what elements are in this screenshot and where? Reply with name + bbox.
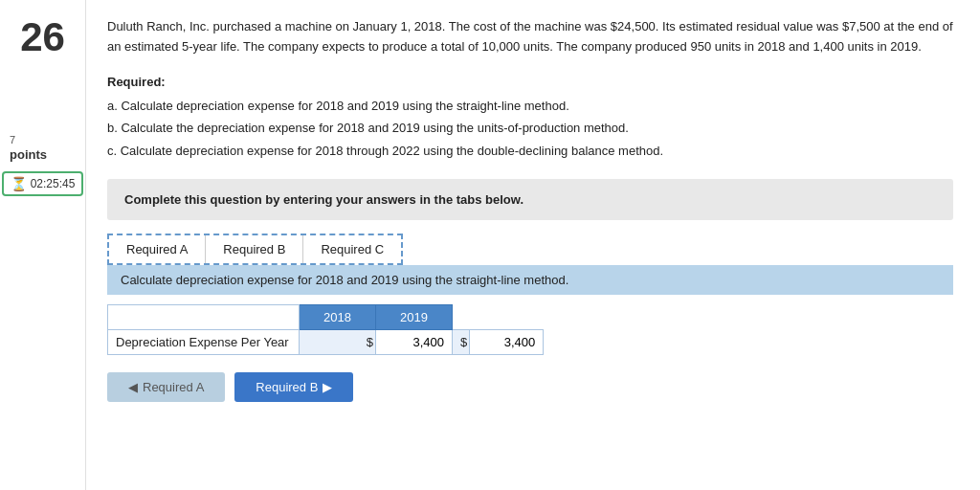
nav-buttons: ◀ Required A Required B ▶ <box>107 372 953 402</box>
instruction-text: Complete this question by entering your … <box>124 192 523 207</box>
col-header-label <box>108 305 300 330</box>
prev-icon: ◀ <box>128 380 138 394</box>
required-items: a. Calculate depreciation expense for 20… <box>107 97 953 161</box>
input-2019[interactable] <box>478 335 535 349</box>
tab-description: Calculate depreciation expense for 2018 … <box>107 265 953 295</box>
required-item-b: b. Calculate the depreciation expense fo… <box>107 119 953 138</box>
prev-label: Required A <box>143 380 204 394</box>
instruction-box: Complete this question by entering your … <box>107 179 953 220</box>
required-item-a: a. Calculate depreciation expense for 20… <box>107 97 953 116</box>
col2018-symbol: $ <box>300 330 376 355</box>
col2019-value[interactable] <box>470 330 544 355</box>
next-icon: ▶ <box>323 380 332 394</box>
tab-required-c[interactable]: Required C <box>303 235 401 263</box>
table-section: 2018 2019 Depreciation Expense Per Year … <box>107 304 953 355</box>
col-header-2018: 2018 <box>300 305 376 330</box>
problem-number: 26 <box>20 17 65 57</box>
next-label: Required B <box>256 380 318 394</box>
row-label: Depreciation Expense Per Year <box>108 330 300 355</box>
input-2018[interactable] <box>387 335 444 349</box>
table-row: Depreciation Expense Per Year $ $ <box>108 330 544 355</box>
next-button[interactable]: Required B ▶ <box>234 372 353 402</box>
timer-display: 02:25:45 <box>31 177 76 190</box>
points-word: points <box>10 147 47 162</box>
depreciation-table: 2018 2019 Depreciation Expense Per Year … <box>107 304 544 355</box>
tab-required-b[interactable]: Required B <box>206 235 303 263</box>
tabs-container: Required A Required B Required C <box>107 234 403 265</box>
required-section: Required: a. Calculate depreciation expe… <box>107 75 953 161</box>
required-item-c: c. Calculate depreciation expense for 20… <box>107 142 953 161</box>
tab-content-area: Calculate depreciation expense for 2018 … <box>107 265 953 402</box>
required-heading: Required: <box>107 75 953 89</box>
col2019-symbol: $ <box>453 330 470 355</box>
points-label: 7 <box>10 134 15 145</box>
timer-icon: ⏳ <box>11 176 27 191</box>
timer-box: ⏳ 02:25:45 <box>2 171 84 196</box>
col-header-2019: 2019 <box>376 305 453 330</box>
problem-text: Duluth Ranch, Inc. purchased a machine o… <box>107 17 953 57</box>
tab-required-a[interactable]: Required A <box>109 235 206 263</box>
prev-button[interactable]: ◀ Required A <box>107 372 225 402</box>
col2018-value[interactable] <box>376 330 453 355</box>
